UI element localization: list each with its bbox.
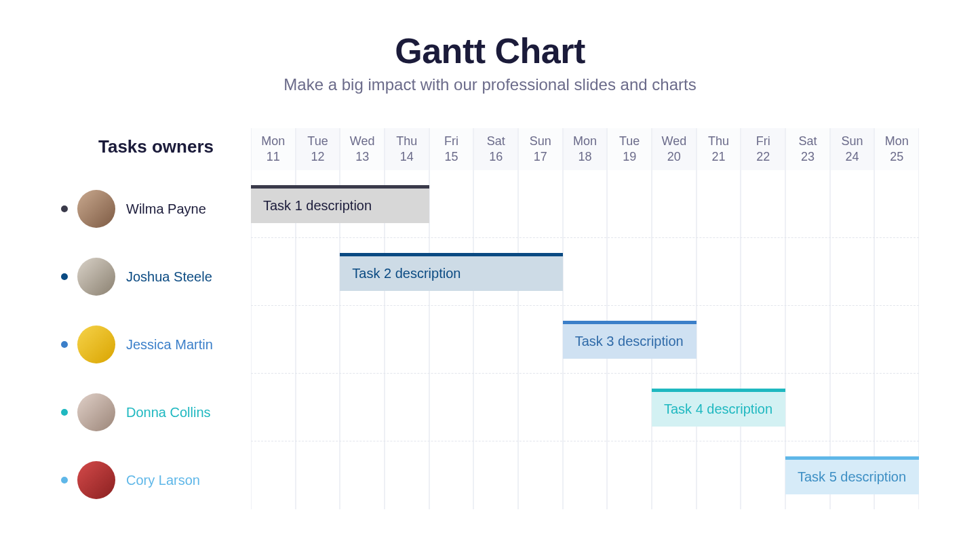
day-of-week: Wed	[340, 134, 384, 149]
task-label: Task 4 description	[664, 401, 772, 417]
day-of-week: Sat	[786, 134, 829, 149]
day-number: 25	[875, 149, 918, 165]
day-header: Sat16	[473, 128, 518, 170]
day-header: Mon11	[251, 128, 296, 170]
owners-column: Tasks owners Wilma PayneJoshua SteeleJes…	[61, 128, 251, 514]
owner-name: Wilma Payne	[126, 201, 206, 217]
day-number: 11	[252, 149, 295, 165]
owner-color-dot	[61, 273, 68, 280]
day-of-week: Sat	[474, 134, 517, 149]
day-of-week: Thu	[697, 134, 741, 149]
day-number: 21	[697, 149, 741, 165]
day-of-week: Tue	[608, 134, 651, 149]
owner-name: Cory Larson	[126, 473, 200, 488]
day-header: Sun24	[830, 128, 875, 170]
chart-content: Tasks owners Wilma PayneJoshua SteeleJes…	[0, 128, 980, 514]
day-header: Sat23	[785, 128, 830, 170]
task-label: Task 3 description	[575, 334, 684, 349]
day-of-week: Wed	[652, 134, 696, 149]
gantt-grid: Task 1 descriptionTask 2 descriptionTask…	[251, 170, 919, 509]
owner-avatar	[77, 190, 115, 228]
task-row: Task 3 description	[251, 306, 919, 374]
owner-row: Wilma Payne	[61, 175, 251, 243]
day-header: Tue19	[607, 128, 652, 170]
day-number: 16	[474, 149, 517, 165]
day-number: 24	[831, 149, 874, 165]
chart-subtitle: Make a big impact with our professional …	[0, 75, 980, 94]
day-number: 22	[741, 149, 785, 165]
task-row: Task 5 description	[251, 441, 919, 509]
owner-color-dot	[61, 341, 68, 348]
chart-title: Gantt Chart	[0, 31, 980, 71]
day-number: 20	[652, 149, 696, 165]
gantt-area: Mon11Tue12Wed13Thu14Fri15Sat16Sun17Mon18…	[251, 128, 919, 514]
day-of-week: Sun	[519, 134, 562, 149]
day-of-week: Mon	[875, 134, 918, 149]
owner-color-dot	[61, 205, 68, 212]
day-header: Mon18	[563, 128, 608, 170]
owner-row: Jessica Martin	[61, 311, 251, 378]
owner-row: Cory Larson	[61, 446, 251, 514]
day-of-week: Mon	[252, 134, 295, 149]
day-number: 14	[385, 149, 429, 165]
task-label: Task 1 description	[263, 198, 372, 214]
day-number: 17	[519, 149, 562, 165]
day-header: Fri22	[741, 128, 785, 170]
day-of-week: Fri	[430, 134, 473, 149]
owner-name: Donna Collins	[126, 405, 211, 420]
task-row: Task 4 description	[251, 374, 919, 441]
day-of-week: Tue	[296, 134, 340, 149]
task-label: Task 2 description	[352, 266, 460, 281]
day-header: Thu21	[697, 128, 741, 170]
day-header: Sun17	[518, 128, 563, 170]
task-row: Task 1 description	[251, 170, 919, 238]
day-of-week: Sun	[831, 134, 874, 149]
day-number: 18	[564, 149, 607, 165]
task-bar[interactable]: Task 3 description	[563, 321, 697, 359]
day-number: 19	[608, 149, 651, 165]
task-bar[interactable]: Task 5 description	[785, 456, 919, 494]
owner-color-dot	[61, 477, 68, 484]
day-header: Wed20	[652, 128, 697, 170]
day-header: Wed13	[340, 128, 385, 170]
task-bar[interactable]: Task 4 description	[652, 389, 785, 427]
owner-row: Joshua Steele	[61, 243, 251, 311]
day-of-week: Fri	[741, 134, 785, 149]
owner-avatar	[77, 461, 115, 499]
owners-heading: Tasks owners	[61, 128, 251, 175]
day-number: 13	[340, 149, 384, 165]
task-label: Task 5 description	[798, 469, 906, 485]
owner-avatar	[77, 258, 115, 296]
day-header: Thu14	[385, 128, 429, 170]
day-header: Mon25	[874, 128, 919, 170]
task-bar[interactable]: Task 1 description	[251, 185, 429, 223]
owner-name: Joshua Steele	[126, 269, 212, 285]
owner-color-dot	[61, 409, 68, 416]
owner-name: Jessica Martin	[126, 337, 213, 353]
owner-row: Donna Collins	[61, 378, 251, 446]
task-row: Task 2 description	[251, 238, 919, 306]
day-header: Fri15	[429, 128, 474, 170]
day-of-week: Thu	[385, 134, 429, 149]
day-number: 23	[786, 149, 829, 165]
day-header-row: Mon11Tue12Wed13Thu14Fri15Sat16Sun17Mon18…	[251, 128, 919, 170]
owner-avatar	[77, 326, 115, 363]
day-of-week: Mon	[564, 134, 607, 149]
owner-avatar	[77, 393, 115, 431]
chart-header: Gantt Chart Make a big impact with our p…	[0, 0, 980, 94]
day-number: 15	[430, 149, 473, 165]
task-bar[interactable]: Task 2 description	[340, 253, 562, 291]
day-number: 12	[296, 149, 340, 165]
day-header: Tue12	[296, 128, 340, 170]
